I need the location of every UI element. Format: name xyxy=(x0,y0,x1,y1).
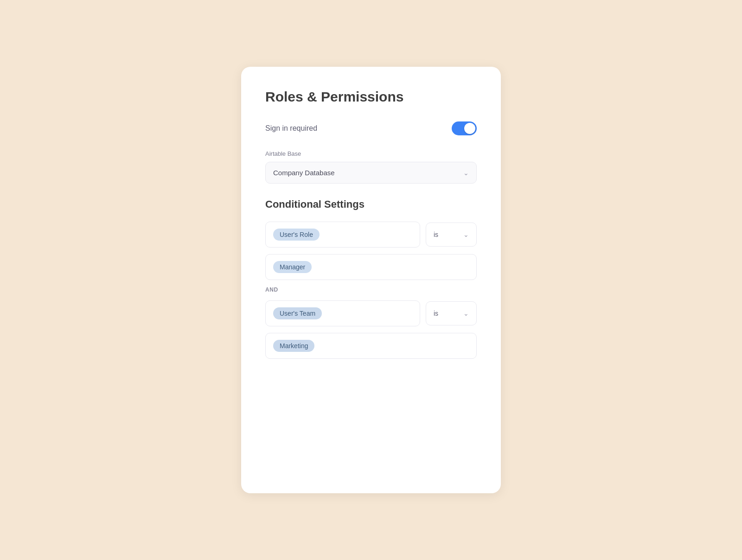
users-role-tag: User's Role xyxy=(273,229,320,241)
conditional-settings-section: Conditional Settings User's Role is ⌄ Ma… xyxy=(265,198,477,359)
airtable-base-select[interactable]: Company Database ⌄ xyxy=(265,162,477,184)
value-box-2[interactable]: Marketing xyxy=(265,333,477,359)
condition-field-1[interactable]: User's Role xyxy=(265,222,420,248)
toggle-knob xyxy=(464,123,475,134)
chevron-down-icon: ⌄ xyxy=(463,169,469,177)
sign-in-row: Sign in required xyxy=(265,121,477,135)
conditional-settings-title: Conditional Settings xyxy=(265,198,477,210)
condition-row-1: User's Role is ⌄ xyxy=(265,222,477,248)
and-connector: AND xyxy=(265,286,477,293)
manager-tag: Manager xyxy=(273,261,312,273)
condition-row-2: User's Team is ⌄ xyxy=(265,300,477,326)
users-team-tag: User's Team xyxy=(273,307,322,319)
page-title: Roles & Permissions xyxy=(265,89,477,105)
chevron-down-icon: ⌄ xyxy=(463,310,469,317)
main-card: Roles & Permissions Sign in required Air… xyxy=(241,67,501,493)
condition-field-2[interactable]: User's Team xyxy=(265,300,420,326)
operator-label-1: is xyxy=(434,231,438,238)
operator-label-2: is xyxy=(434,310,438,317)
condition-operator-1[interactable]: is ⌄ xyxy=(426,223,477,247)
value-box-1[interactable]: Manager xyxy=(265,254,477,280)
condition-operator-2[interactable]: is ⌄ xyxy=(426,301,477,325)
airtable-base-value: Company Database xyxy=(273,169,335,177)
sign-in-label: Sign in required xyxy=(265,124,317,133)
sign-in-toggle[interactable] xyxy=(452,121,477,135)
airtable-base-label: Airtable Base xyxy=(265,150,477,157)
airtable-base-section: Airtable Base Company Database ⌄ xyxy=(265,150,477,184)
chevron-down-icon: ⌄ xyxy=(463,231,469,238)
marketing-tag: Marketing xyxy=(273,340,314,352)
